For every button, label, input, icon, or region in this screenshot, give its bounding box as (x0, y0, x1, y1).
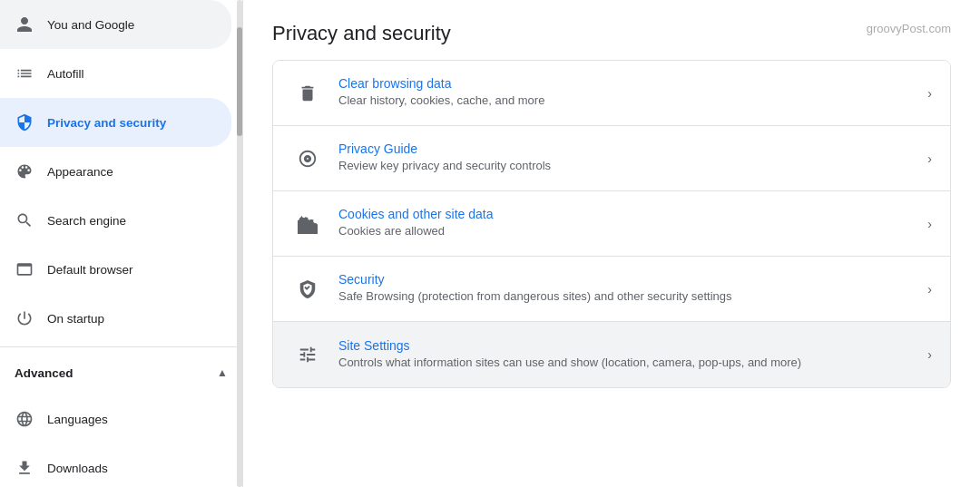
sidebar-item-label: Default browser (47, 263, 133, 277)
sidebar-item-label: Autofill (47, 67, 84, 81)
page-header: Privacy and security groovyPost.com (272, 22, 951, 45)
power-icon (15, 308, 34, 328)
row-title: Clear browsing data (338, 76, 916, 91)
sliders-icon (291, 338, 324, 371)
row-subtitle: Controls what information sites can use … (338, 355, 916, 371)
row-content-privacy-guide: Privacy Guide Review key privacy and sec… (338, 141, 916, 174)
sidebar-item-label: Search engine (47, 214, 126, 228)
sidebar-item-label: Privacy and security (47, 116, 166, 130)
target-icon (291, 142, 324, 175)
sidebar-advanced-header[interactable]: Advanced ▲ (0, 351, 242, 394)
palette-icon (15, 161, 34, 181)
sidebar-item-search-engine[interactable]: Search engine (0, 196, 231, 245)
sidebar: You and Google Autofill Privacy and secu… (0, 0, 243, 487)
settings-card: Clear browsing data Clear history, cooki… (272, 60, 951, 388)
sidebar-item-label: Appearance (47, 165, 113, 179)
chevron-right-icon: › (927, 282, 932, 297)
row-title: Security (338, 272, 916, 287)
chevron-right-icon: › (927, 151, 932, 166)
sidebar-item-label: Languages (47, 413, 108, 426)
watermark: groovyPost.com (867, 22, 951, 35)
download-icon (15, 458, 34, 478)
sidebar-item-label: Downloads (47, 462, 108, 475)
sidebar-item-label: On startup (47, 312, 104, 326)
sidebar-item-default-browser[interactable]: Default browser (0, 245, 231, 294)
settings-row-privacy-guide[interactable]: Privacy Guide Review key privacy and sec… (273, 126, 950, 191)
chevron-right-icon: › (927, 217, 932, 231)
sidebar-scrollbar[interactable] (237, 0, 242, 487)
settings-row-clear-browsing[interactable]: Clear browsing data Clear history, cooki… (273, 61, 950, 126)
settings-row-security[interactable]: Security Safe Browsing (protection from … (273, 257, 950, 322)
sidebar-item-label: You and Google (47, 18, 134, 32)
row-subtitle: Review key privacy and security controls (338, 158, 916, 174)
search-icon (15, 210, 34, 230)
trash-icon (291, 77, 324, 110)
settings-row-cookies[interactable]: Cookies and other site data Cookies are … (273, 191, 950, 257)
row-title: Site Settings (338, 338, 916, 353)
row-title: Privacy Guide (338, 141, 916, 156)
chevron-right-icon: › (927, 86, 932, 101)
sidebar-item-you-and-google[interactable]: You and Google (0, 0, 231, 49)
main-content: Privacy and security groovyPost.com Clea… (243, 0, 980, 487)
chevron-right-icon: › (927, 347, 932, 362)
sidebar-item-on-startup[interactable]: On startup (0, 294, 231, 343)
autofill-icon (15, 63, 34, 83)
sidebar-item-appearance[interactable]: Appearance (0, 147, 231, 196)
row-content-site-settings: Site Settings Controls what information … (338, 338, 916, 371)
globe-icon (15, 409, 34, 429)
security-shield-icon (291, 273, 324, 306)
sidebar-divider (0, 346, 242, 347)
row-content-security: Security Safe Browsing (protection from … (338, 272, 916, 305)
cookie-icon (291, 208, 324, 240)
row-content-clear-browsing: Clear browsing data Clear history, cooki… (338, 76, 916, 109)
advanced-label: Advanced (15, 366, 74, 380)
sidebar-item-privacy-security[interactable]: Privacy and security (0, 98, 231, 147)
row-content-cookies: Cookies and other site data Cookies are … (338, 207, 916, 239)
page-title: Privacy and security (272, 22, 451, 45)
advanced-arrow-icon: ▲ (217, 366, 228, 379)
row-subtitle: Cookies are allowed (338, 223, 916, 239)
sidebar-scroll-thumb (237, 27, 242, 136)
sidebar-item-downloads[interactable]: Downloads (0, 443, 231, 487)
sidebar-item-autofill[interactable]: Autofill (0, 49, 231, 98)
row-title: Cookies and other site data (338, 207, 916, 221)
row-subtitle: Clear history, cookies, cache, and more (338, 93, 916, 109)
sidebar-item-languages[interactable]: Languages (0, 394, 231, 443)
person-icon (15, 15, 34, 34)
browser-icon (15, 259, 34, 279)
shield-blue-icon (15, 112, 34, 132)
row-subtitle: Safe Browsing (protection from dangerous… (338, 288, 916, 305)
settings-row-site-settings[interactable]: Site Settings Controls what information … (273, 322, 950, 387)
